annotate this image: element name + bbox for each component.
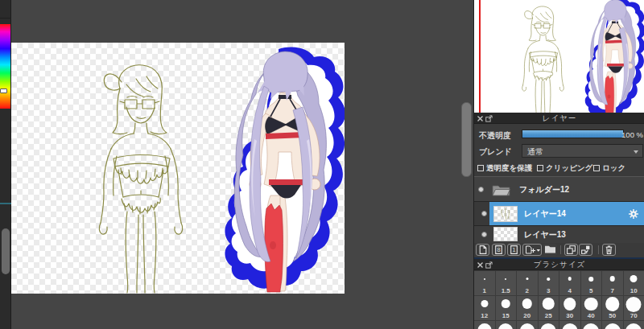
brush-size-grid: 1 1.5 2 3 4 5 7 10 12 15 20 25 30 40 50 bbox=[474, 271, 644, 329]
brush-size-label: 15 bbox=[496, 312, 517, 319]
layer-row-folder12[interactable]: フォルダー12 bbox=[474, 177, 644, 202]
panel-dock: レイヤー 不透明度 100 % ブレンド 通常 透明度を保護 クリッピング ロッ… bbox=[473, 0, 644, 329]
delete-layer-icon[interactable] bbox=[602, 244, 616, 256]
layer-option-row: 透明度を保護 クリッピング ロック bbox=[474, 162, 644, 176]
opacity-value: 100 % bbox=[621, 130, 643, 139]
folder-icon bbox=[492, 183, 510, 196]
left-scrollbar-thumb[interactable] bbox=[2, 228, 10, 274]
brush-dot-icon bbox=[584, 298, 598, 311]
brush-size-label: 50 bbox=[602, 312, 623, 319]
brush-size-cell[interactable]: 20 bbox=[517, 296, 539, 321]
hue-selection-marker bbox=[0, 88, 7, 93]
checkbox-icon bbox=[477, 165, 484, 171]
brush-size-label: 5 bbox=[581, 287, 602, 294]
layers-panel: レイヤー 不透明度 100 % ブレンド 通常 透明度を保護 クリッピング ロッ… bbox=[474, 113, 644, 257]
layer-list: フォルダー12 レイヤー14 bbox=[474, 176, 644, 242]
svg-text:1: 1 bbox=[512, 246, 515, 253]
layer-row-layer13[interactable]: レイヤー13 bbox=[474, 226, 644, 243]
protect-alpha-checkbox[interactable]: 透明度を保護 bbox=[477, 163, 532, 175]
blend-label: ブレンド bbox=[479, 146, 512, 158]
merge-layer-icon[interactable] bbox=[579, 244, 592, 256]
brush-size-cell[interactable]: 10 bbox=[624, 271, 644, 296]
new-1bit-layer-icon[interactable]: 1 bbox=[507, 244, 521, 256]
brush-size-panel: ブラシサイズ 1 1.5 2 3 4 5 7 10 12 15 20 25 bbox=[474, 257, 644, 329]
brush-size-label: 1 bbox=[474, 287, 495, 294]
brush-dot-icon bbox=[520, 323, 535, 329]
gear-icon[interactable] bbox=[628, 208, 639, 220]
brush-dot-icon bbox=[502, 299, 510, 308]
brush-size-cell[interactable]: 15 bbox=[496, 296, 518, 321]
left-tool-strip bbox=[0, 0, 11, 329]
toolbar-separator bbox=[560, 245, 561, 254]
blend-mode-dropdown[interactable]: 通常 bbox=[522, 144, 643, 158]
brush-size-label: 40 bbox=[581, 312, 602, 319]
new-folder-icon[interactable] bbox=[543, 244, 557, 256]
dock-scrollbar-thumb[interactable] bbox=[461, 102, 472, 177]
brush-size-cell[interactable]: 7 bbox=[602, 271, 624, 296]
brush-size-label: 2 bbox=[517, 287, 538, 294]
visibility-dot-icon[interactable] bbox=[481, 211, 487, 216]
brush-size-cell[interactable]: 1 bbox=[474, 271, 496, 296]
brush-size-cell[interactable] bbox=[496, 321, 518, 329]
brush-size-cell[interactable]: 1.5 bbox=[496, 271, 518, 296]
checkbox-icon bbox=[537, 165, 543, 171]
navigator-preview[interactable] bbox=[474, 0, 644, 113]
opacity-label: 不透明度 bbox=[479, 130, 511, 142]
hue-strip-icon[interactable] bbox=[0, 24, 10, 109]
strip-divider bbox=[0, 18, 11, 19]
new-layer-icon[interactable] bbox=[476, 244, 489, 256]
brush-dot-icon bbox=[505, 278, 506, 280]
add-layer-menu-icon[interactable] bbox=[522, 244, 542, 256]
brush-size-cell[interactable]: 25 bbox=[539, 296, 560, 321]
brush-size-cell[interactable] bbox=[581, 321, 603, 329]
brush-size-cell[interactable]: 4 bbox=[559, 271, 581, 296]
brush-size-cell[interactable]: 2 bbox=[517, 271, 539, 296]
brush-dot-icon bbox=[589, 277, 594, 282]
brush-dot-icon bbox=[481, 300, 488, 307]
brush-size-cell[interactable]: 40 bbox=[581, 296, 603, 321]
brush-size-cell[interactable]: 12 bbox=[474, 296, 496, 321]
brush-size-cell[interactable]: 50 bbox=[602, 296, 624, 321]
navigator-view-rect-edge bbox=[479, 0, 481, 113]
brush-size-cell[interactable] bbox=[624, 321, 644, 329]
brush-size-label: 1.5 bbox=[496, 287, 517, 294]
layer-name: レイヤー13 bbox=[524, 229, 566, 241]
brush-size-cell[interactable]: 70 bbox=[624, 296, 644, 321]
layer-name: レイヤー14 bbox=[524, 208, 566, 220]
brush-size-cell[interactable] bbox=[539, 321, 560, 329]
brush-size-label: 4 bbox=[559, 287, 580, 294]
brush-size-label: 20 bbox=[517, 312, 538, 319]
visibility-dot-icon[interactable] bbox=[481, 232, 487, 237]
brush-size-cell[interactable] bbox=[559, 321, 581, 329]
brush-dot-icon bbox=[541, 323, 556, 329]
folder-name: フォルダー12 bbox=[519, 184, 569, 195]
brush-size-cell[interactable] bbox=[602, 321, 624, 329]
brush-size-cell[interactable] bbox=[517, 321, 539, 329]
brush-size-cell[interactable] bbox=[474, 321, 496, 329]
duplicate-layer-icon[interactable] bbox=[564, 244, 578, 256]
blend-mode-value: 通常 bbox=[527, 146, 543, 158]
lock-checkbox[interactable]: ロック bbox=[593, 163, 625, 175]
new-8bit-layer-icon[interactable]: 8 bbox=[492, 244, 506, 256]
clipping-label: クリッピング bbox=[546, 163, 592, 172]
brush-size-cell[interactable]: 5 bbox=[581, 271, 603, 296]
clipping-checkbox[interactable]: クリッピング bbox=[537, 163, 592, 175]
visibility-dot-icon[interactable] bbox=[478, 187, 484, 192]
layer-row-layer14[interactable]: レイヤー14 bbox=[474, 202, 644, 226]
brush-size-cell[interactable]: 3 bbox=[539, 271, 560, 296]
brush-size-label: 30 bbox=[559, 312, 580, 319]
panel-accent-divider bbox=[0, 203, 11, 204]
drawing-canvas[interactable] bbox=[11, 43, 345, 294]
paint-app-window: レイヤー 不透明度 100 % ブレンド 通常 透明度を保護 クリッピング ロッ… bbox=[0, 0, 644, 329]
brush-dot-icon bbox=[564, 298, 576, 310]
brush-dot-icon bbox=[543, 298, 555, 310]
brush-dot-icon bbox=[498, 323, 513, 329]
brush-size-cell[interactable]: 30 bbox=[559, 296, 581, 321]
opacity-slider[interactable] bbox=[522, 130, 624, 138]
brush-dot-icon bbox=[626, 297, 642, 312]
brush-dot-icon bbox=[610, 276, 616, 282]
brush-dot-icon bbox=[568, 277, 572, 281]
layer-thumbnail bbox=[493, 227, 518, 241]
brush-dot-icon bbox=[583, 323, 599, 329]
layer-thumbnail bbox=[493, 206, 518, 222]
